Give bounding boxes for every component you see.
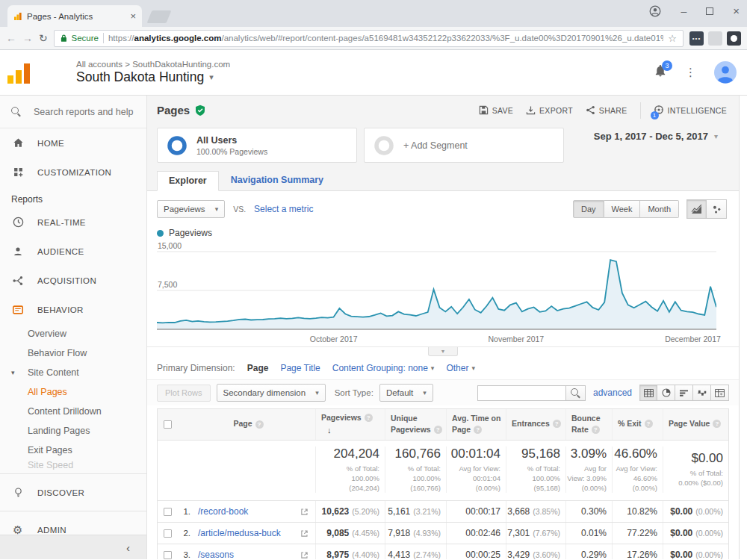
column-header-bounce-rate[interactable]: Bounce Rate?: [565, 409, 612, 440]
dimension-page-title[interactable]: Page Title: [280, 363, 320, 373]
add-segment-button[interactable]: + Add Segment: [364, 128, 564, 163]
sidebar-search[interactable]: [0, 96, 146, 128]
back-icon[interactable]: ←: [6, 32, 16, 44]
segment-all-users[interactable]: All Users 100.00% Pageviews: [157, 128, 357, 163]
external-link-icon[interactable]: [300, 508, 309, 516]
dimension-other[interactable]: Other▾: [446, 363, 475, 373]
scatter-view-button[interactable]: [707, 199, 727, 219]
sidebar-item-acquisition[interactable]: ACQUISITION: [0, 266, 146, 295]
secondary-dimension-selector[interactable]: Secondary dimension ▾: [217, 384, 326, 402]
date-range-selector[interactable]: Sep 1, 2017 - Dec 5, 2017 ▾: [594, 131, 718, 142]
sidebar-item-overview[interactable]: Overview: [0, 324, 146, 343]
browser-profile-icon[interactable]: [649, 5, 661, 17]
metric-selector[interactable]: Pageviews ▾: [157, 200, 225, 218]
bookmark-star-icon[interactable]: ☆: [668, 33, 677, 44]
tab-close-icon[interactable]: ×: [130, 10, 136, 22]
table-search-button[interactable]: [565, 385, 586, 401]
reload-icon[interactable]: ↻: [39, 32, 48, 44]
tab-explorer[interactable]: Explorer: [157, 171, 219, 191]
column-header-page[interactable]: Page?: [177, 409, 315, 440]
sidebar-item-site-speed[interactable]: Site Speed: [0, 460, 146, 470]
help-icon[interactable]: ?: [645, 420, 653, 428]
advanced-search-link[interactable]: advanced: [593, 388, 632, 398]
notifications-button[interactable]: 3: [654, 64, 667, 81]
sidebar-item-admin[interactable]: ⚙ ADMIN: [0, 515, 146, 535]
search-input[interactable]: [34, 107, 146, 117]
sidebar-collapse-bar[interactable]: ‹: [0, 535, 146, 559]
sidebar-item-exit-pages[interactable]: Exit Pages: [0, 441, 146, 460]
line-chart-view-button[interactable]: [686, 199, 707, 219]
granularity-day-button[interactable]: Day: [573, 200, 604, 218]
sidebar-item-customization[interactable]: CUSTOMIZATION: [0, 158, 146, 187]
sidebar-item-home[interactable]: HOME: [0, 128, 146, 158]
sidebar-item-discover[interactable]: DISCOVER: [0, 478, 146, 507]
table-search-input[interactable]: [477, 385, 565, 401]
intelligence-button[interactable]: 1 INTELLIGENCE: [654, 105, 727, 116]
external-link-icon[interactable]: [300, 551, 309, 559]
percentage-view-button[interactable]: [657, 385, 675, 401]
avatar[interactable]: [714, 61, 737, 84]
page-link[interactable]: /seasons: [198, 550, 234, 559]
tab-navigation-summary[interactable]: Navigation Summary: [219, 171, 335, 190]
granularity-week-button[interactable]: Week: [604, 200, 641, 218]
extension-icon[interactable]: •••: [689, 31, 704, 46]
sort-type-selector[interactable]: Default ▾: [379, 384, 433, 402]
sidebar-item-behavior-flow[interactable]: Behavior Flow: [0, 343, 146, 363]
row-checkbox[interactable]: [164, 508, 172, 516]
property-selector[interactable]: South Dakota Hunting▾: [76, 69, 230, 85]
share-button[interactable]: SHARE: [586, 105, 627, 115]
pivot-view-button[interactable]: [711, 385, 729, 401]
row-checkbox[interactable]: [164, 551, 172, 559]
column-header-pageviews[interactable]: Pageviews?↓: [315, 409, 385, 440]
help-icon[interactable]: ?: [365, 414, 373, 422]
sidebar-item-site-content[interactable]: ▾ Site Content: [0, 363, 146, 382]
chevron-down-icon: ▾: [209, 72, 214, 82]
column-header-exit[interactable]: % Exit?: [612, 409, 663, 440]
window-maximize-icon[interactable]: [706, 7, 713, 15]
notification-badge: 3: [662, 60, 672, 71]
page-link[interactable]: /article/medusa-buck: [198, 528, 281, 538]
help-icon[interactable]: ?: [553, 420, 561, 428]
more-menu-icon[interactable]: ⋮: [685, 66, 696, 79]
help-icon[interactable]: ?: [434, 426, 442, 434]
save-button[interactable]: SAVE: [479, 105, 513, 115]
performance-view-button[interactable]: [675, 385, 693, 401]
select-metric-link[interactable]: Select a metric: [254, 204, 313, 214]
extension-icon[interactable]: [727, 31, 741, 46]
page-link[interactable]: /record-book: [198, 506, 248, 517]
dimension-page[interactable]: Page: [247, 363, 269, 373]
export-button[interactable]: EXPORT: [526, 105, 573, 115]
browser-tab[interactable]: Pages - Analytics ×: [7, 5, 142, 27]
help-icon[interactable]: ?: [592, 426, 600, 434]
sidebar-item-behavior[interactable]: BEHAVIOR: [0, 295, 146, 324]
column-header-page-value[interactable]: Page Value?: [663, 409, 728, 440]
help-icon[interactable]: ?: [255, 420, 264, 429]
extension-icon[interactable]: [708, 31, 722, 46]
breadcrumb[interactable]: All accounts > SouthDakotaHunting.com: [76, 60, 230, 69]
select-all-checkbox[interactable]: [164, 420, 172, 429]
app-header: All accounts > SouthDakotaHunting.com So…: [0, 50, 747, 96]
help-icon[interactable]: ?: [713, 420, 721, 428]
comparison-view-button[interactable]: [693, 385, 711, 401]
sidebar-item-all-pages[interactable]: All Pages: [0, 382, 146, 402]
url-bar[interactable]: Secure https://analytics.google.com/anal…: [54, 30, 684, 47]
sidebar-item-audience[interactable]: AUDIENCE: [0, 237, 146, 266]
sidebar-item-realtime[interactable]: REAL-TIME: [0, 208, 146, 237]
sidebar-item-landing-pages[interactable]: Landing Pages: [0, 421, 146, 441]
row-checkbox[interactable]: [164, 529, 172, 538]
window-close-icon[interactable]: ×: [733, 4, 740, 17]
window-minimize-icon[interactable]: –: [681, 5, 686, 17]
help-icon[interactable]: ?: [474, 426, 482, 434]
column-header-avg-time[interactable]: Avg. Time on Page?: [446, 409, 506, 440]
forward-icon[interactable]: →: [22, 32, 33, 44]
new-tab-button[interactable]: [147, 10, 172, 23]
segment-donut-icon: [167, 135, 187, 156]
sidebar-item-content-drilldown[interactable]: Content Drilldown: [0, 402, 146, 421]
column-header-unique-pageviews[interactable]: Unique Pageviews?: [385, 409, 446, 440]
granularity-month-button[interactable]: Month: [640, 200, 679, 218]
column-header-entrances[interactable]: Entrances?: [506, 409, 565, 440]
dimension-content-grouping[interactable]: Content Grouping: none▾: [332, 363, 435, 373]
table-view-button[interactable]: [639, 385, 657, 401]
external-link-icon[interactable]: [300, 529, 309, 538]
chart-collapse-toggle[interactable]: ▼: [428, 347, 458, 356]
